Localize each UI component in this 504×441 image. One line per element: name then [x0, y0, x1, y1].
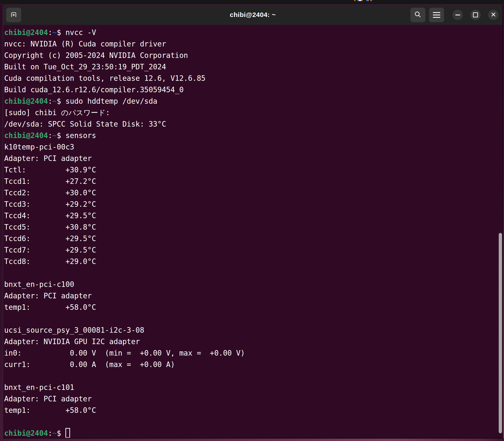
terminal-line: chibi@2404:~$ nvcc -V [4, 27, 502, 38]
maximize-button[interactable] [470, 10, 481, 20]
terminal-cursor [65, 428, 70, 438]
terminal-line: [sudo] chibi のパスワード: [4, 107, 502, 118]
screen-edge-fragment [368, 0, 369, 1]
terminal-line: k10temp-pci-00c3 [4, 141, 502, 153]
terminal-line: nvcc: NVIDIA (R) Cuda compiler driver [4, 38, 502, 50]
maximize-icon [473, 12, 478, 17]
terminal-line: Built on Tue_Oct_29_23:50:19_PDT_2024 [4, 61, 502, 73]
terminal-line: temp1: +58.0°C [4, 405, 502, 416]
screen-edge-fragment [370, 0, 371, 1]
terminal-line: Tccd7: +29.5°C [4, 244, 502, 256]
screen-edge-fragment [362, 0, 363, 1]
terminal-line: bnxt_en-pci-c101 [4, 382, 502, 393]
window-title: chibi@2404: ~ [3, 4, 503, 25]
terminal-line: Tccd1: +27.2°C [4, 176, 502, 187]
search-icon [413, 10, 422, 20]
titlebar[interactable]: chibi@2404: ~ [3, 4, 503, 25]
terminal-line [4, 267, 502, 279]
top-screen-strip [0, 0, 504, 5]
terminal-line: temp1: +58.0°C [4, 302, 502, 313]
terminal-line: /dev/sda: SPCC Solid State Disk: 33°C [4, 118, 502, 130]
hamburger-icon [433, 12, 440, 18]
terminal-line: Tctl: +30.9°C [4, 164, 502, 176]
screen-edge-fragment [354, 0, 356, 1]
terminal-line: ucsi_source_psy_3_00081-i2c-3-08 [4, 325, 502, 336]
close-button[interactable] [488, 10, 499, 20]
terminal-line: Adapter: PCI adapter [4, 290, 502, 302]
screen-edge-fragment [366, 0, 367, 1]
terminal-line: Tccd4: +29.5°C [4, 210, 502, 221]
terminal-line: chibi@2404:~$ [4, 427, 502, 438]
terminal-line: bnxt_en-pci-c100 [4, 279, 502, 290]
terminal-line: Tccd5: +30.8°C [4, 221, 502, 233]
desktop: chibi@2404: ~ [0, 0, 504, 441]
terminal-line [4, 416, 502, 427]
terminal-line: Tccd2: +30.0°C [4, 187, 502, 199]
terminal-line: Tccd3: +29.2°C [4, 199, 502, 210]
terminal-line: Build cuda_12.6.r12.6/compiler.35059454_… [4, 84, 502, 95]
terminal-line: chibi@2404:~$ sensors [4, 130, 502, 141]
terminal-line: in0: 0.00 V (min = +0.00 V, max = +0.00 … [4, 347, 502, 359]
terminal-line: curr1: 0.00 A (max = +0.00 A) [4, 359, 502, 370]
terminal-line: Adapter: PCI adapter [4, 393, 502, 405]
scrollbar-thumb[interactable] [499, 233, 502, 433]
terminal-line: chibi@2404:~$ sudo hddtemp /dev/sda [4, 95, 502, 107]
terminal-line [4, 313, 502, 325]
terminal-line: Tccd8: +29.0°C [4, 256, 502, 267]
terminal-line: Copyright (c) 2005-2024 NVIDIA Corporati… [4, 50, 502, 61]
terminal-content[interactable]: chibi@2404:~$ nvcc -Vnvcc: NVIDIA (R) Cu… [4, 27, 502, 438]
terminal-line: Adapter: NVIDIA GPU I2C adapter [4, 336, 502, 347]
menu-button[interactable] [429, 8, 444, 22]
minimize-button[interactable] [453, 10, 463, 20]
terminal-line: Cuda compilation tools, release 12.6, V1… [4, 73, 502, 84]
screen-edge-fragment [371, 0, 372, 1]
screen-edge-fragment [357, 0, 358, 1]
terminal-line [4, 370, 502, 382]
screen-edge-fragment [359, 0, 361, 1]
close-icon [490, 11, 497, 18]
terminal-line: Adapter: PCI adapter [4, 153, 502, 164]
minimize-icon [455, 15, 460, 16]
terminal-window: chibi@2404: ~ [3, 4, 503, 439]
terminal-line: Tccd6: +29.5°C [4, 233, 502, 244]
search-button[interactable] [410, 8, 425, 22]
